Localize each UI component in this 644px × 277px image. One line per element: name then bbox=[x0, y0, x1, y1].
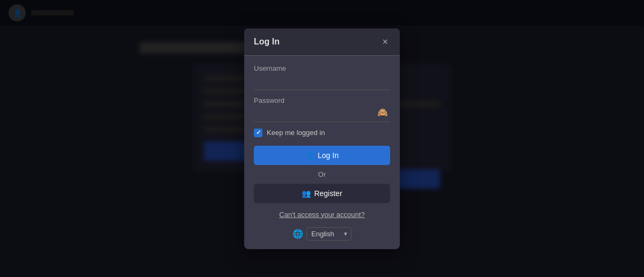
login-button[interactable]: 👤 Log In bbox=[254, 146, 390, 165]
keep-logged-in-checkbox[interactable] bbox=[254, 129, 262, 137]
modal-body: Username Password 🙈 Keep me logged in 👤 … bbox=[244, 56, 400, 249]
register-button-label: Register bbox=[314, 189, 342, 198]
username-input[interactable] bbox=[254, 74, 390, 85]
password-field-group: Password 🙈 bbox=[254, 96, 390, 122]
password-label: Password bbox=[254, 96, 390, 104]
modal-header: Log In × bbox=[244, 28, 400, 56]
language-select[interactable]: English Español Français Deutsch 中文 bbox=[306, 227, 352, 241]
login-icon: 👤 bbox=[305, 151, 314, 160]
language-selector-wrapper: English Español Français Deutsch 中文 ▼ bbox=[306, 227, 352, 241]
password-input[interactable] bbox=[254, 107, 390, 117]
forgot-account-link[interactable]: Can't access your account? bbox=[254, 211, 390, 219]
username-field-group: Username bbox=[254, 64, 390, 90]
username-label: Username bbox=[254, 64, 390, 72]
login-button-label: Log In bbox=[318, 151, 339, 160]
login-modal: Log In × Username Password 🙈 Keep me log… bbox=[244, 28, 400, 249]
modal-title: Log In bbox=[254, 37, 280, 47]
register-button[interactable]: 👥 Register bbox=[254, 184, 390, 203]
keep-logged-in-label: Keep me logged in bbox=[267, 129, 325, 137]
globe-icon: 🌐 bbox=[292, 229, 303, 239]
or-divider: Or bbox=[254, 170, 390, 178]
toggle-password-icon[interactable]: 🙈 bbox=[377, 107, 388, 117]
close-button[interactable]: × bbox=[380, 36, 390, 48]
modal-overlay: Log In × Username Password 🙈 Keep me log… bbox=[0, 0, 644, 277]
register-icon: 👥 bbox=[302, 189, 311, 198]
keep-logged-in-row: Keep me logged in bbox=[254, 129, 390, 137]
language-row: 🌐 English Español Français Deutsch 中文 ▼ bbox=[254, 227, 390, 241]
